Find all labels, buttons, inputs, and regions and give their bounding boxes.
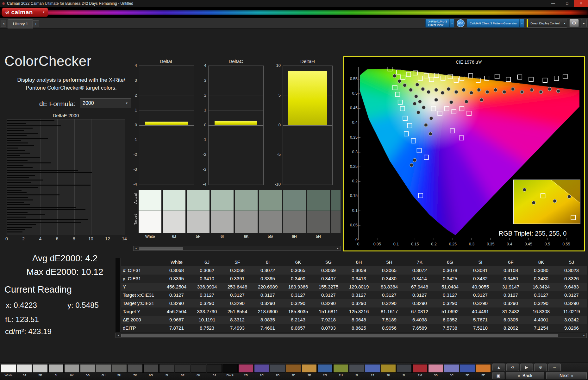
close-button[interactable]: × — [574, 0, 588, 7]
patch-swatch-5g[interactable]: 5G — [80, 364, 95, 377]
tab-history-1[interactable]: History 1 — [8, 19, 33, 28]
delta-e-bar — [7, 192, 27, 193]
patch-swatch-6f[interactable]: 6F — [175, 364, 190, 377]
axis-tick-label: 0.45 — [522, 242, 535, 246]
collapse-panel-icon[interactable]: ▸ — [581, 19, 587, 27]
scrollbar-thumb[interactable] — [139, 247, 183, 250]
patch-swatch-2c[interactable]: 2C — [254, 364, 269, 377]
next-button[interactable]: Next » — [546, 372, 587, 379]
patch-swatch-2j[interactable]: 2J — [365, 364, 380, 377]
table-cell: 8.3312 — [222, 316, 253, 324]
device-toolbar: X-Rite i1Pro 3 Direct View ▼ 636 CalMAN … — [425, 19, 587, 28]
table-cell: 8.0793 — [313, 324, 344, 332]
patch-swatch-2k[interactable]: 2K — [381, 364, 396, 377]
expand-panel-icon[interactable]: ▲ — [492, 364, 505, 371]
meter-count-badge[interactable]: 636 — [457, 19, 465, 27]
patch-swatch-5f[interactable]: 5F — [33, 364, 48, 377]
table-row: Target Y456.2504333.2730251.8554218.6900… — [121, 307, 587, 316]
delta-e-bar — [7, 135, 27, 136]
calman-logo-menu[interactable]: ⊛ calman ▼ — [2, 8, 48, 17]
meter-button[interactable]: X-Rite i1Pro 3 Direct View ▼ — [425, 19, 454, 28]
axis-tick-label: 0.5 — [541, 242, 554, 246]
delete-icon[interactable]: ♻ — [506, 364, 519, 371]
patch-swatch-2d[interactable]: 2D — [270, 364, 285, 377]
swatch-label: 5G — [80, 373, 95, 377]
scrollbar-track[interactable] — [138, 246, 335, 250]
patch-swatch-3d[interactable]: 3D — [460, 364, 475, 377]
scrollbar-thumb[interactable] — [121, 334, 558, 337]
back-button[interactable]: « Back — [506, 372, 544, 379]
patch-swatch-6g[interactable]: 6G — [143, 364, 159, 377]
scroll-right-icon[interactable]: ▸ — [582, 334, 586, 337]
de-formula-label: dE Formula: — [39, 100, 75, 108]
table-header-row: White6J5F6I6K5G6H5H7K6G5I6F8K5J — [121, 258, 587, 266]
patch-swatch-5h[interactable]: 5H — [112, 364, 127, 377]
title-bar: ⊛ Calman 2022 Calman Ultimate for Busine… — [0, 0, 588, 7]
patch-swatch-2g[interactable]: 2G — [317, 364, 333, 377]
tab-scroll-left-button[interactable]: ◂ — [1, 20, 6, 27]
patch-swatch-8k[interactable]: 8K — [191, 364, 206, 377]
patch-swatch-white[interactable]: White — [1, 364, 16, 377]
swatch-color — [302, 364, 317, 373]
calman-window: ⊛ Calman 2022 Calman Ultimate for Busine… — [0, 0, 588, 380]
table-cell: 0.3395 — [253, 275, 283, 283]
add-tab-button[interactable]: + — [32, 20, 39, 27]
pattern-generator-button[interactable]: CalMAN Client 3 Pattern Generator ▼ — [467, 19, 524, 28]
axis-tick-label: 3 — [129, 78, 137, 83]
target-icon[interactable]: ⊙ — [534, 364, 547, 371]
patch-swatch-6i[interactable]: 6I — [48, 364, 64, 377]
patch-strip-scrollbar[interactable]: ◂ ▸ — [133, 246, 341, 251]
minimize-button[interactable]: — — [546, 0, 560, 7]
delta-e-x-axis: 02468101214 — [0, 236, 136, 242]
cie-measured-point — [480, 98, 483, 102]
patch-swatch-3b[interactable]: 3B — [428, 364, 443, 377]
delta-e-bar — [7, 123, 26, 124]
scroll-left-icon[interactable]: ◂ — [134, 247, 138, 250]
swatch-color — [48, 364, 64, 373]
swatch-color — [270, 364, 285, 373]
patch-swatch-2f[interactable]: 2F — [302, 364, 317, 377]
patch-swatch-6j[interactable]: 6J — [17, 364, 32, 377]
patch-swatch-2e[interactable]: 2E — [286, 364, 301, 377]
patch-swatch-6k[interactable]: 6K — [64, 364, 79, 377]
swatch-label: 6H — [96, 373, 111, 377]
swatch-color — [349, 364, 364, 373]
target-swatch — [259, 211, 282, 233]
gridline — [283, 155, 332, 155]
swatch-color — [96, 364, 111, 373]
swatch-label: 6G — [143, 373, 159, 377]
patch-swatch-2h[interactable]: 2H — [333, 364, 348, 377]
scroll-right-icon[interactable]: ▸ — [335, 247, 340, 250]
maximize-button[interactable]: □ — [560, 0, 574, 7]
patch-swatch-7k[interactable]: 7K — [128, 364, 143, 377]
patch-swatch-2l[interactable]: 2L — [397, 364, 412, 377]
cie-zoom-inset — [513, 180, 580, 224]
scrollbar-track[interactable] — [121, 333, 582, 338]
patch-swatch-3e[interactable]: 3E — [476, 364, 491, 377]
display-control-button[interactable]: Direct Display Control ▼ — [527, 19, 567, 28]
patch-swatch-black[interactable]: Black — [222, 364, 238, 377]
app-icon: ⊛ — [2, 1, 5, 6]
cie-measured-point — [530, 88, 534, 92]
loop-icon[interactable]: ∞ — [548, 364, 561, 371]
cie-measured-point — [413, 102, 416, 105]
patch-swatch-3c[interactable]: 3C — [444, 364, 459, 377]
patch-swatch-2i[interactable]: 2I — [349, 364, 364, 377]
patch-swatch-2m[interactable]: 2M — [412, 364, 428, 377]
table-cell: 0.3290 — [465, 299, 496, 307]
patch-swatch-5j[interactable]: 5J — [207, 364, 222, 377]
patch-swatch-2b[interactable]: 2B — [238, 364, 253, 377]
de-formula-select[interactable]: 2000 ▼ — [80, 98, 131, 108]
patch-swatch-6h[interactable]: 6H — [96, 364, 111, 377]
patch-swatch-5i[interactable]: 5I — [159, 364, 174, 377]
page-description: Display analysis is performed with the X… — [9, 76, 133, 92]
target-swatch — [283, 211, 306, 233]
current-cd-value: cd/m²: 423.19 — [5, 327, 52, 336]
table-scrollbar[interactable]: ◂ ▸ — [116, 333, 587, 338]
swatch-label: 2H — [333, 373, 348, 377]
play-icon[interactable]: ▶ — [520, 364, 533, 371]
pattern-window-button[interactable]: ▣ — [492, 372, 504, 379]
gear-icon[interactable]: ⚙ — [569, 19, 579, 27]
scroll-left-icon[interactable]: ◂ — [116, 334, 121, 337]
axis-tick-label: 0.05 — [346, 223, 358, 227]
